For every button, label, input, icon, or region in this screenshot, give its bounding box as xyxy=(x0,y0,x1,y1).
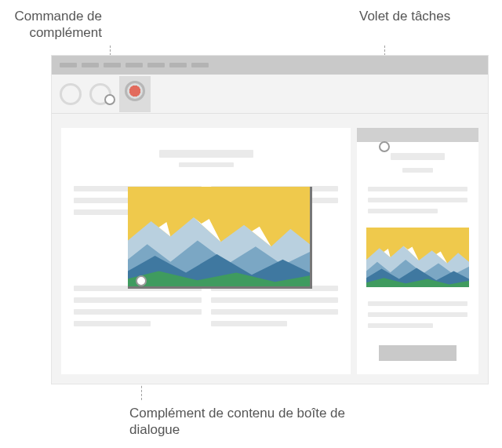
callout-marker xyxy=(379,141,390,152)
placeholder-line xyxy=(211,321,288,326)
task-pane[interactable] xyxy=(357,128,478,374)
titlebar-segment xyxy=(147,63,165,67)
document-canvas xyxy=(61,128,351,374)
task-pane-illustration xyxy=(366,228,469,287)
label-task-pane: Volet de tâches xyxy=(359,8,477,24)
addin-command-button[interactable] xyxy=(119,76,151,112)
placeholder-line xyxy=(74,297,202,303)
ribbon-button[interactable] xyxy=(60,83,82,105)
callout-marker xyxy=(104,94,115,105)
title-bar xyxy=(52,56,488,75)
placeholder-line xyxy=(368,198,467,202)
placeholder-line xyxy=(391,153,446,160)
placeholder-line xyxy=(159,150,253,158)
label-content-addin: Complément de contenu de boîte de dialog… xyxy=(129,405,365,439)
titlebar-segment xyxy=(60,63,77,67)
titlebar-segment xyxy=(104,63,121,67)
placeholder-line xyxy=(368,209,438,213)
placeholder-line xyxy=(368,187,467,191)
placeholder-line xyxy=(368,323,433,328)
placeholder-line xyxy=(74,321,151,326)
placeholder-line xyxy=(211,309,339,315)
placeholder-line xyxy=(74,309,202,315)
addin-command-icon xyxy=(125,81,145,101)
task-pane-button[interactable] xyxy=(379,345,457,361)
content-addin[interactable] xyxy=(128,187,312,289)
placeholder-line xyxy=(179,162,234,167)
placeholder-line xyxy=(211,297,339,303)
ribbon xyxy=(52,75,488,114)
titlebar-segment xyxy=(82,63,99,67)
titlebar-segment xyxy=(126,63,143,67)
task-pane-header xyxy=(357,128,478,142)
placeholder-line xyxy=(368,312,467,317)
mountain-illustration xyxy=(128,187,310,286)
label-addin-command: Commande de complément xyxy=(8,8,102,42)
placeholder-line xyxy=(402,168,432,173)
app-window xyxy=(51,55,489,384)
titlebar-segment xyxy=(169,63,187,67)
mountain-illustration xyxy=(366,228,469,287)
titlebar-segment xyxy=(191,63,209,67)
callout-marker xyxy=(136,275,147,286)
placeholder-line xyxy=(368,301,467,306)
